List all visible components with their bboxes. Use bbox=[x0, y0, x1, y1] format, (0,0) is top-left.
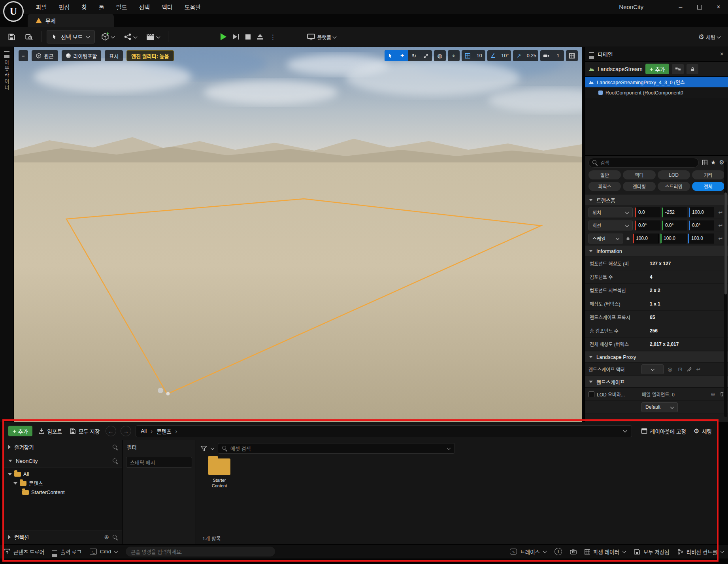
cinematics-dropdown[interactable] bbox=[143, 30, 163, 43]
menu-tools[interactable]: 툴 bbox=[93, 0, 110, 14]
tree-item-startercontent[interactable]: StarterContent bbox=[4, 488, 122, 497]
scrollbar-thumb[interactable] bbox=[724, 192, 727, 294]
engine-quality-badge[interactable]: 엔진 퀄리티: 높음 bbox=[126, 50, 174, 61]
menu-select[interactable]: 선택 bbox=[133, 0, 156, 14]
filter-misc[interactable]: 기타 bbox=[692, 170, 724, 179]
scale-x-field[interactable]: 100.0 bbox=[633, 234, 659, 243]
revert-icon[interactable]: ↩ bbox=[717, 223, 724, 228]
view-mode-dropdown[interactable]: 라이팅포함 bbox=[62, 50, 102, 61]
save-all-button[interactable]: 모두 저장 bbox=[68, 425, 101, 437]
tree-item-content[interactable]: 콘텐츠 bbox=[4, 479, 122, 488]
cmd-dropdown[interactable]: ›_ Cmd bbox=[90, 549, 118, 555]
filter-chip-staticmesh[interactable]: 스태틱 메시 bbox=[126, 457, 192, 468]
asset-search-input[interactable]: 에셋 검색 bbox=[218, 443, 455, 454]
select-tool-button[interactable] bbox=[385, 50, 396, 61]
eyedropper-icon[interactable] bbox=[687, 366, 692, 372]
cb-add-button[interactable]: +추가 bbox=[8, 426, 32, 436]
back-button[interactable]: ← bbox=[106, 426, 116, 436]
details-search-input[interactable]: 검색 bbox=[588, 158, 699, 168]
location-x-field[interactable]: 0.0 bbox=[635, 207, 660, 217]
editor-mode-dropdown[interactable]: 선택 모드 bbox=[47, 30, 95, 43]
search-icon[interactable] bbox=[113, 535, 118, 540]
grid-snap-toggle[interactable] bbox=[462, 50, 473, 61]
output-log-button[interactable]: 출력 로그 bbox=[52, 548, 81, 556]
minimize-button[interactable]: – bbox=[671, 0, 690, 14]
breadcrumb-content[interactable]: 콘텐츠 bbox=[157, 427, 171, 435]
screenshot-button[interactable] bbox=[570, 549, 577, 555]
close-button[interactable]: × bbox=[709, 0, 728, 14]
rotation-y-field[interactable]: 0.0° bbox=[662, 221, 687, 230]
derived-data-dropdown[interactable]: 파생 데이터 bbox=[585, 548, 626, 556]
filter-all[interactable]: 전체 bbox=[692, 182, 724, 191]
section-transform[interactable]: 트랜스폼 bbox=[585, 194, 728, 206]
scale-snap-toggle[interactable]: ↗ bbox=[513, 50, 525, 61]
revert-icon[interactable]: ↩ bbox=[717, 236, 724, 241]
default-dropdown[interactable]: Default bbox=[641, 402, 678, 412]
filter-physics[interactable]: 피직스 bbox=[588, 182, 621, 191]
revert-icon[interactable]: ↩ bbox=[694, 366, 702, 372]
filter-lod[interactable]: LOD bbox=[658, 170, 690, 179]
convert-to-blueprint-button[interactable] bbox=[672, 64, 684, 74]
chevron-down-icon[interactable] bbox=[447, 447, 451, 450]
content-drawer-button[interactable]: 콘텐츠 드로어 bbox=[4, 548, 44, 556]
unreal-logo-icon[interactable]: U bbox=[3, 1, 24, 22]
details-settings-gear-icon[interactable]: ⚙ bbox=[719, 159, 724, 166]
chevron-down-icon[interactable] bbox=[211, 447, 214, 450]
use-selected-icon[interactable]: ⊡ bbox=[676, 366, 684, 372]
filter-funnel-icon[interactable] bbox=[200, 445, 207, 451]
search-icon[interactable] bbox=[113, 458, 118, 464]
landscape-actor-dropdown[interactable] bbox=[641, 364, 664, 374]
level-tab[interactable]: 무제 bbox=[28, 14, 114, 27]
frame-skip-button[interactable] bbox=[233, 34, 239, 40]
perspective-dropdown[interactable]: 원근 bbox=[32, 50, 58, 61]
trace-dropdown[interactable]: ∿ 트레이스 bbox=[510, 548, 547, 556]
favorites-row[interactable]: 즐겨찾기 bbox=[4, 440, 122, 454]
lock-button[interactable] bbox=[687, 64, 698, 74]
asset-folder-startercontent[interactable]: Starter Content bbox=[202, 458, 236, 489]
lod-override-checkbox[interactable] bbox=[588, 391, 594, 397]
add-actor-dropdown[interactable] bbox=[98, 30, 117, 43]
grid-snap-value[interactable]: 10 bbox=[473, 50, 485, 61]
menu-file[interactable]: 파일 bbox=[30, 0, 53, 14]
rotate-tool-button[interactable]: ↻ bbox=[408, 50, 420, 61]
add-collection-icon[interactable]: ⊕ bbox=[104, 534, 109, 541]
add-element-icon[interactable]: ⊕ bbox=[709, 391, 717, 397]
outliner-vertical-tab[interactable]: 아웃라이너 bbox=[3, 60, 10, 91]
move-tool-button[interactable]: + bbox=[396, 50, 408, 61]
location-dropdown[interactable]: 위치 bbox=[588, 207, 633, 217]
section-landscape[interactable]: 랜드스케이프 bbox=[585, 376, 728, 388]
filter-actor[interactable]: 액터 bbox=[623, 170, 655, 179]
viewport-menu-button[interactable]: ≡ bbox=[19, 50, 28, 61]
settings-dropdown[interactable]: ⚙ 세팅 bbox=[696, 30, 723, 43]
details-scrollbar[interactable] bbox=[724, 162, 727, 417]
revert-icon[interactable]: ↩ bbox=[717, 209, 724, 215]
revision-control-dropdown[interactable]: 리비전 컨트롤 bbox=[677, 548, 724, 556]
play-options-button[interactable]: ⋮ bbox=[270, 33, 276, 41]
outliner-tab-icon[interactable] bbox=[4, 51, 9, 55]
stop-button[interactable] bbox=[245, 34, 251, 40]
rotation-x-field[interactable]: 0.0° bbox=[635, 221, 660, 230]
platforms-dropdown[interactable]: 플랫폼 bbox=[304, 30, 339, 43]
add-component-button[interactable]: +추가 bbox=[645, 64, 670, 74]
collections-row[interactable]: 컬렉션 ⊕ bbox=[4, 530, 122, 544]
all-saved-button[interactable]: 모두 저장됨 bbox=[634, 548, 670, 556]
scale-tool-button[interactable] bbox=[420, 50, 432, 61]
section-landscape-proxy[interactable]: Landscape Proxy bbox=[585, 351, 728, 363]
forward-button[interactable]: → bbox=[121, 426, 131, 436]
scale-lock-icon[interactable] bbox=[626, 236, 630, 241]
play-button[interactable] bbox=[221, 33, 226, 40]
component-row-selected[interactable]: LandscapeStreamingProxy_4_3_0 (인스 bbox=[585, 77, 728, 87]
close-icon[interactable]: × bbox=[720, 51, 724, 58]
angle-snap-toggle[interactable]: ∠ bbox=[487, 50, 499, 61]
viewport-layout-button[interactable] bbox=[566, 50, 578, 61]
menu-actor[interactable]: 액터 bbox=[156, 0, 179, 14]
filter-streaming[interactable]: 스트리밍 bbox=[658, 182, 690, 191]
scale-y-field[interactable]: 100.0 bbox=[660, 234, 687, 243]
scale-snap-value[interactable]: 0.25 bbox=[525, 50, 538, 61]
pause-insights-button[interactable]: ‖ bbox=[554, 548, 562, 555]
menu-edit[interactable]: 편집 bbox=[53, 0, 76, 14]
favorites-star-icon[interactable]: ★ bbox=[711, 159, 716, 166]
breadcrumb-all[interactable]: All bbox=[141, 428, 147, 434]
world-space-toggle[interactable]: ◍ bbox=[434, 50, 446, 61]
search-icon[interactable] bbox=[113, 445, 118, 450]
